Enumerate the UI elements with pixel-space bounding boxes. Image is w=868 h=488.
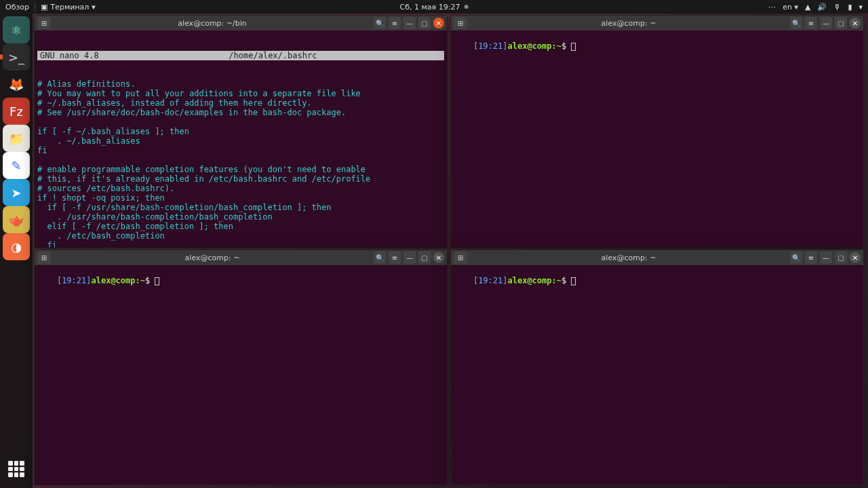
notification-dot-icon [464,5,468,9]
dock-item-firefox[interactable]: 🦊 [3,70,30,98]
headerbar: ⊞ alex@comp: ~ 🔍 ≡ — ▢ ✕ [451,250,863,265]
terminal-window-bottom-left[interactable]: ⊞ alex@comp: ~ 🔍 ≡ — ▢ ✕ [19:21]alex@com… [34,249,448,485]
minimize-button[interactable]: — [403,17,416,29]
search-button[interactable]: 🔍 [790,17,802,29]
minimize-button[interactable]: — [820,251,832,264]
dock-item-telegram[interactable]: ➤ [3,179,30,206]
terminal-body[interactable]: [19:21]alex@comp:~$ [451,265,863,485]
headerbar: ⊞ alex@comp: ~/bin 🔍 ≡ — ▢ ✕ [35,16,447,30]
terminal-icon: ▣ [41,3,47,12]
window-title: alex@comp: ~/bin [54,19,371,28]
hamburger-menu-button[interactable]: ≡ [389,251,401,264]
app-menu[interactable]: ▣ Терминал ▾ [41,3,96,12]
apps-grid-icon [8,461,24,477]
wifi-icon[interactable]: ▲ [805,3,810,12]
close-button[interactable]: ✕ [433,18,444,28]
activities-button[interactable]: Обзор [5,3,29,12]
chevron-down-icon[interactable]: ▾ [859,3,863,12]
keyboard-lang-indicator[interactable]: en ▾ [783,3,798,12]
text-cursor [571,277,576,285]
search-button[interactable]: 🔍 [374,251,386,264]
hamburger-menu-button[interactable]: ≡ [805,251,817,264]
dock-item-terminal[interactable]: >_ [3,43,30,70]
dock-item-teapot[interactable]: 🫖 [3,206,30,233]
close-button[interactable]: ✕ [850,252,861,263]
new-tab-button[interactable]: ⊞ [454,17,467,29]
minimize-button[interactable]: — [820,17,832,29]
search-button[interactable]: 🔍 [374,17,386,29]
dock-item-text-editor[interactable]: ✎ [3,152,30,179]
nano-filepath: /home/alex/.bashrc [102,51,444,60]
window-title: alex@comp: ~ [470,253,787,262]
nano-version: GNU nano 4.8 [37,51,102,60]
terminal-body[interactable]: [19:21]alex@comp:~$ [35,265,447,485]
maximize-button[interactable]: ▢ [835,17,847,29]
nano-content[interactable]: # Alias definitions. # You may want to p… [37,79,444,247]
clock-label[interactable]: Сб, 1 мая 19:27 [400,3,460,12]
hamburger-menu-button[interactable]: ≡ [389,17,401,29]
text-cursor [571,43,576,51]
window-title: alex@comp: ~ [54,253,371,262]
minimize-button[interactable]: — [403,251,416,264]
battery-icon[interactable]: ▮ [848,3,852,12]
terminal-body[interactable]: GNU nano 4.8 /home/alex/.bashrc # Alias … [35,30,447,247]
app-menu-label: Терминал [50,3,89,12]
new-tab-button[interactable]: ⊞ [37,17,51,29]
maximize-button[interactable]: ▢ [418,251,431,264]
dock-item-atom[interactable]: ⚛ [3,16,30,43]
terminal-window-bottom-right[interactable]: ⊞ alex@comp: ~ 🔍 ≡ — ▢ ✕ [19:21]alex@com… [450,249,864,485]
close-button[interactable]: ✕ [433,252,444,263]
chevron-down-icon: ▾ [92,3,96,12]
dock-item-filezilla[interactable]: Fz [3,98,30,125]
terminal-body[interactable]: [19:21]alex@comp:~$ [451,30,863,247]
more-icon[interactable]: ⋯ [768,3,776,12]
maximize-button[interactable]: ▢ [835,251,847,264]
show-apps-button[interactable] [3,455,30,483]
terminal-window-top-right[interactable]: ⊞ alex@comp: ~ 🔍 ≡ — ▢ ✕ [19:21]alex@com… [450,15,864,248]
headerbar: ⊞ alex@comp: ~ 🔍 ≡ — ▢ ✕ [451,16,863,30]
panel-separator [35,2,35,12]
text-cursor [155,277,159,285]
headerbar: ⊞ alex@comp: ~ 🔍 ≡ — ▢ ✕ [35,250,447,265]
dock-item-files[interactable]: 📁 [3,125,30,152]
dock-item-postman[interactable]: ◑ [3,233,30,260]
new-tab-button[interactable]: ⊞ [37,251,51,264]
hamburger-menu-button[interactable]: ≡ [805,17,817,29]
close-button[interactable]: ✕ [850,18,861,28]
nano-titlebar: GNU nano 4.8 /home/alex/.bashrc [37,51,444,60]
search-button[interactable]: 🔍 [790,251,802,264]
window-title: alex@comp: ~ [470,19,787,28]
maximize-button[interactable]: ▢ [418,17,431,29]
mic-icon[interactable]: 🎙 [833,3,841,12]
dock: ⚛>_🦊Fz📁✎➤🫖◑ [0,14,33,488]
new-tab-button[interactable]: ⊞ [454,251,467,264]
gnome-top-panel: Обзор ▣ Терминал ▾ Сб, 1 мая 19:27 ⋯ en … [0,0,868,14]
volume-icon[interactable]: 🔊 [817,3,827,12]
terminal-window-top-left[interactable]: ⊞ alex@comp: ~/bin 🔍 ≡ — ▢ ✕ GNU nano 4.… [34,15,448,248]
